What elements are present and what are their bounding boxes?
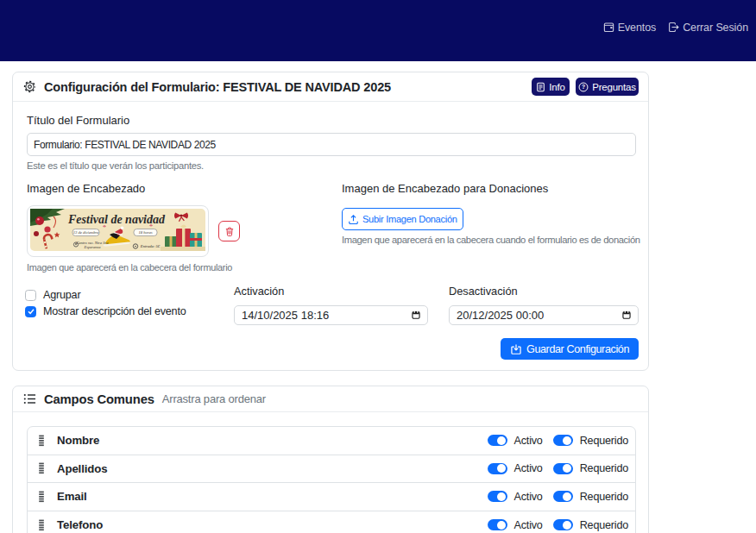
svg-text:Entrada: 5€: Entrada: 5€ — [140, 244, 161, 248]
svg-text:13 de diciembre: 13 de diciembre — [73, 230, 98, 235]
svg-text:Festival de navidad: Festival de navidad — [67, 213, 166, 226]
svg-text:18 horas: 18 horas — [138, 230, 152, 235]
svg-text:Esperanza: Esperanza — [84, 245, 102, 249]
svg-text:?: ? — [582, 84, 585, 90]
